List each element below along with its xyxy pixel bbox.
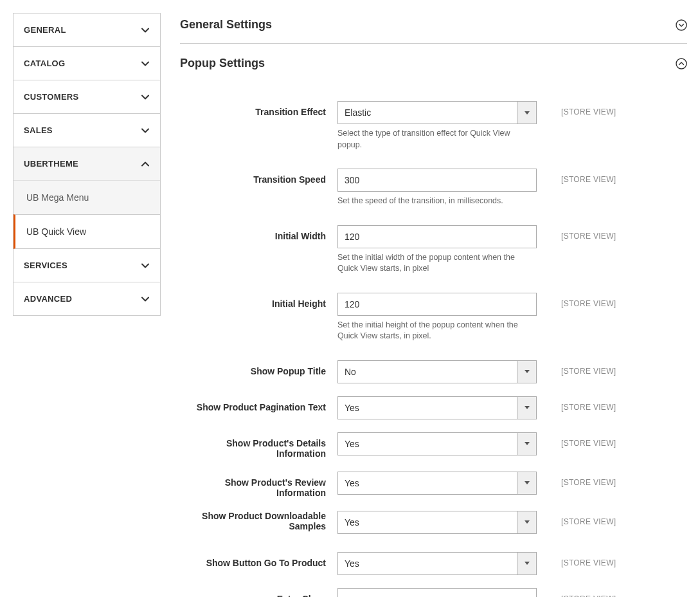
scope-label: [STORE VIEW] [537, 396, 616, 412]
field-show-product-downloadable: Show Product Downloadable Samples Yes [S… [180, 511, 687, 534]
sidebar-header-advanced[interactable]: ADVANCED [13, 282, 160, 315]
scope-label: [STORE VIEW] [537, 432, 616, 448]
field-label: Initial Height [180, 293, 337, 309]
field-label: Show Product Pagination Text [180, 396, 337, 412]
sidebar-section-general: GENERAL [13, 14, 160, 47]
collapse-icon [676, 58, 687, 69]
field-label: Show Popup Title [180, 360, 337, 376]
sidebar-submenu: UB Mega Menu UB Quick View [13, 180, 160, 249]
transition-speed-input[interactable] [337, 169, 537, 192]
sidebar-header-customers[interactable]: CUSTOMERS [13, 80, 160, 113]
field-initial-width: Initial Width Set the initial width of t… [180, 225, 687, 275]
sidebar-section-advanced: ADVANCED [13, 282, 160, 316]
select-value: Yes [338, 433, 517, 455]
field-label: Show Button Go To Product [180, 552, 337, 568]
chevron-down-icon [141, 295, 150, 304]
sidebar-label: GENERAL [24, 25, 66, 35]
main-content: General Settings Popup Settings Transiti… [180, 13, 687, 597]
select-value: Yes [338, 472, 517, 494]
sidebar-header-sales[interactable]: SALES [13, 114, 160, 147]
triangle-down-icon [525, 406, 530, 409]
sidebar-header-general[interactable]: GENERAL [13, 14, 160, 46]
sidebar-label: CUSTOMERS [24, 92, 79, 102]
scope-label: [STORE VIEW] [537, 293, 616, 308]
sidebar-header-ubertheme[interactable]: UBERTHEME [13, 147, 160, 180]
field-note: Set the speed of the transition, in mill… [337, 196, 537, 207]
show-product-details-select[interactable]: Yes [337, 432, 537, 455]
field-show-button-goto-product: Show Button Go To Product Yes [STORE VIE… [180, 552, 687, 575]
sidebar-item-ub-mega-menu[interactable]: UB Mega Menu [13, 180, 160, 214]
chevron-up-icon [141, 160, 150, 169]
section-general-settings[interactable]: General Settings [180, 13, 687, 44]
scope-label: [STORE VIEW] [537, 552, 616, 567]
sidebar-label: UBERTHEME [24, 159, 78, 169]
sidebar-section-customers: CUSTOMERS [13, 80, 160, 114]
triangle-down-icon [525, 442, 530, 445]
scope-label: [STORE VIEW] [537, 360, 616, 376]
sidebar-section-sales: SALES [13, 114, 160, 147]
field-label: Initial Width [180, 225, 337, 241]
field-note: Set the initial width of the popup conte… [337, 252, 537, 275]
sidebar-section-services: SERVICES [13, 249, 160, 282]
field-show-product-pagination-text: Show Product Pagination Text Yes [STORE … [180, 396, 687, 419]
select-value: Yes [338, 511, 517, 533]
select-value: No [338, 361, 517, 383]
triangle-down-icon [525, 520, 530, 524]
sidebar-item-label: UB Quick View [26, 226, 86, 237]
sidebar-label: ADVANCED [24, 294, 72, 304]
triangle-down-icon [525, 481, 530, 484]
field-transition-speed: Transition Speed Set the speed of the tr… [180, 169, 687, 207]
sidebar-header-services[interactable]: SERVICES [13, 249, 160, 282]
dropdown-toggle[interactable] [517, 511, 536, 533]
extra-class-input[interactable] [337, 588, 537, 598]
sidebar-item-label: UB Mega Menu [26, 192, 89, 203]
field-label: Show Product Downloadable Samples [180, 511, 337, 531]
show-popup-title-select[interactable]: No [337, 360, 537, 383]
dropdown-toggle[interactable] [517, 397, 536, 419]
section-title: Popup Settings [180, 57, 265, 70]
select-value: Yes [338, 553, 517, 574]
dropdown-toggle[interactable] [517, 472, 536, 494]
chevron-down-icon [141, 26, 150, 35]
initial-height-input[interactable] [337, 293, 537, 316]
dropdown-toggle[interactable] [517, 553, 536, 574]
show-product-review-select[interactable]: Yes [337, 472, 537, 495]
initial-width-input[interactable] [337, 225, 537, 248]
sidebar-section-catalog: CATALOG [13, 47, 160, 80]
field-label: Show Product's Review Information [180, 472, 337, 498]
show-product-downloadable-select[interactable]: Yes [337, 511, 537, 534]
section-popup-settings[interactable]: Popup Settings [180, 49, 687, 82]
show-button-goto-product-select[interactable]: Yes [337, 552, 537, 575]
scope-label: [STORE VIEW] [537, 472, 616, 487]
sidebar-label: SERVICES [24, 261, 67, 270]
sidebar-header-catalog[interactable]: CATALOG [13, 47, 160, 80]
chevron-down-icon [141, 93, 150, 102]
field-label: Transition Effect [180, 101, 337, 117]
show-product-pagination-text-select[interactable]: Yes [337, 396, 537, 419]
sidebar-item-ub-quick-view[interactable]: UB Quick View [13, 214, 160, 249]
expand-icon [676, 19, 687, 31]
field-label: Transition Speed [180, 169, 337, 185]
dropdown-toggle[interactable] [517, 361, 536, 383]
field-label: Show Product's Details Information [180, 432, 337, 459]
svg-point-1 [676, 59, 687, 69]
field-note: Set the initial height of the popup cont… [337, 320, 537, 342]
sidebar-section-ubertheme: UBERTHEME UB Mega Menu UB Quick View [13, 147, 160, 249]
popup-settings-form: Transition Effect Elastic Select the typ… [180, 101, 687, 597]
triangle-down-icon [525, 562, 530, 565]
field-transition-effect: Transition Effect Elastic Select the typ… [180, 101, 687, 151]
scope-label: [STORE VIEW] [537, 511, 616, 526]
field-show-popup-title: Show Popup Title No [STORE VIEW] [180, 360, 687, 383]
field-initial-height: Initial Height Set the initial height of… [180, 293, 687, 342]
dropdown-toggle[interactable] [517, 433, 536, 455]
triangle-down-icon [525, 111, 530, 115]
chevron-down-icon [141, 59, 150, 68]
dropdown-toggle[interactable] [517, 102, 536, 124]
field-label: Extra Class [180, 588, 337, 598]
select-value: Yes [338, 397, 517, 419]
sidebar-label: SALES [24, 125, 53, 135]
scope-label: [STORE VIEW] [537, 588, 616, 598]
transition-effect-select[interactable]: Elastic [337, 101, 537, 124]
config-sidebar: GENERAL CATALOG CUSTOMERS [13, 13, 161, 316]
svg-point-0 [676, 20, 687, 30]
